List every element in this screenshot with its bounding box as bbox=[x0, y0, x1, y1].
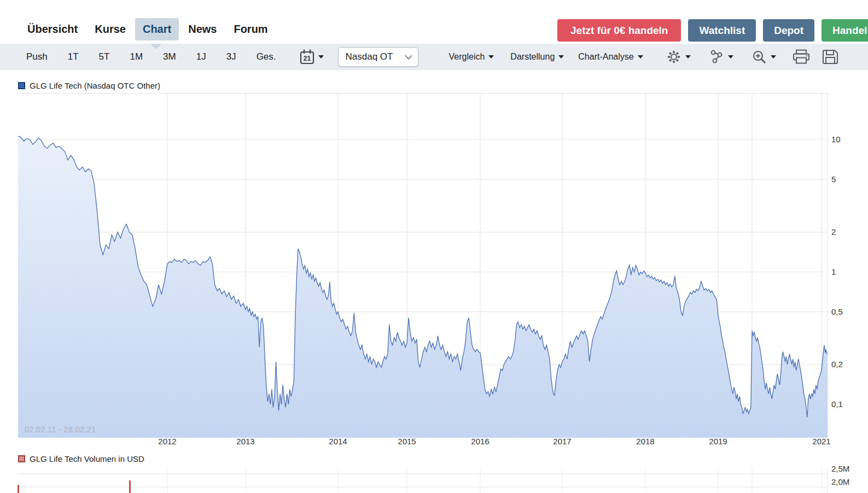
price-legend: GLG Life Tech (Nasdaq OTC Other) bbox=[18, 81, 160, 90]
chevron-down-icon bbox=[558, 55, 564, 59]
volume-bar bbox=[129, 480, 131, 493]
darstellung-label: Darstellung bbox=[510, 52, 555, 62]
y-axis-tick: 10 bbox=[831, 135, 841, 144]
price-series-label: GLG Life Tech (Nasdaq OTC Other) bbox=[30, 81, 160, 90]
x-axis-tick: 2018 bbox=[636, 437, 654, 446]
handeln-button[interactable]: Handeln bbox=[822, 19, 868, 42]
price-series-swatch bbox=[18, 82, 25, 89]
trade-promo-button[interactable]: Jetzt für 0€ handeln bbox=[557, 19, 681, 42]
range-1j[interactable]: 1J bbox=[196, 51, 206, 62]
volume-bar bbox=[18, 485, 19, 493]
chevron-down-icon bbox=[771, 55, 776, 59]
volume-legend: GLG Life Tech Volumen in USD bbox=[18, 454, 144, 463]
y-axis-tick: 0,2 bbox=[831, 359, 843, 369]
chevron-down-icon bbox=[405, 55, 412, 60]
zoom-menu[interactable] bbox=[752, 50, 776, 65]
chart-toolbar: Push 1T 5T 1M 3M 1J 3J Ges. 21 Nasdaq OT… bbox=[0, 44, 868, 70]
chevron-down-icon bbox=[685, 55, 691, 59]
date-picker-button[interactable]: 21 bbox=[300, 49, 324, 65]
tab-forum[interactable]: Forum bbox=[226, 18, 275, 40]
date-range-label: 02.02.11 - 28.02.21 bbox=[25, 425, 96, 434]
y-axis-tick: 5 bbox=[831, 175, 836, 184]
zoom-in-icon bbox=[752, 50, 767, 65]
active-tab-notch bbox=[150, 44, 162, 49]
vergleich-menu[interactable]: Vergleich bbox=[449, 52, 494, 62]
x-axis-tick: 2019 bbox=[709, 437, 727, 446]
watchlist-button[interactable]: Watchlist bbox=[688, 19, 756, 42]
y-axis-tick: 0,1 bbox=[831, 399, 843, 409]
range-1t[interactable]: 1T bbox=[68, 51, 79, 62]
save-icon bbox=[822, 49, 838, 65]
depot-button[interactable]: Depot bbox=[763, 19, 814, 42]
volume-y-axis-tick: 2,5M bbox=[831, 464, 849, 473]
save-button[interactable] bbox=[822, 49, 838, 65]
range-1m[interactable]: 1M bbox=[130, 51, 143, 62]
darstellung-menu[interactable]: Darstellung bbox=[510, 52, 564, 62]
x-axis-tick: 2013 bbox=[236, 437, 254, 446]
main-tabs: Übersicht Kurse Chart News Forum bbox=[20, 18, 277, 40]
chart-analyse-label: Chart-Analyse bbox=[578, 52, 633, 62]
chevron-down-icon bbox=[728, 55, 733, 59]
printer-icon bbox=[793, 49, 810, 65]
gear-icon bbox=[666, 49, 681, 65]
page-header: Übersicht Kurse Chart News Forum Jetzt f… bbox=[0, 0, 868, 44]
x-axis-tick: 2017 bbox=[553, 437, 571, 446]
price-area-fill bbox=[18, 136, 828, 438]
x-axis-tick: 2012 bbox=[158, 437, 176, 446]
share-icon bbox=[709, 50, 724, 64]
x-axis-tick: 2014 bbox=[329, 437, 347, 446]
range-push[interactable]: Push bbox=[26, 51, 48, 62]
tab-kurse[interactable]: Kurse bbox=[87, 18, 133, 40]
y-axis-tick: 0,5 bbox=[831, 307, 843, 316]
share-menu[interactable] bbox=[709, 50, 733, 64]
vergleich-label: Vergleich bbox=[449, 52, 485, 62]
exchange-select[interactable]: Nasdaq OT bbox=[338, 47, 418, 67]
tab-uebersicht[interactable]: Übersicht bbox=[20, 18, 85, 40]
chevron-down-icon bbox=[318, 55, 324, 59]
tab-news[interactable]: News bbox=[180, 18, 224, 40]
volume-y-axis-tick: 2,0M bbox=[831, 477, 849, 486]
print-button[interactable] bbox=[793, 49, 810, 65]
volume-series-label: GLG Life Tech Volumen in USD bbox=[30, 454, 144, 463]
range-3m[interactable]: 3M bbox=[163, 51, 176, 62]
settings-menu[interactable] bbox=[666, 49, 691, 65]
tab-chart[interactable]: Chart bbox=[135, 18, 179, 40]
y-axis-tick: 1 bbox=[831, 267, 836, 276]
chevron-down-icon bbox=[638, 55, 643, 59]
x-axis-tick: 2016 bbox=[471, 437, 489, 446]
x-axis-tick: 2021 bbox=[812, 437, 830, 446]
volume-series-swatch bbox=[18, 455, 25, 462]
header-actions: Jetzt für 0€ handeln Watchlist Depot Han… bbox=[550, 19, 868, 42]
range-5t[interactable]: 5T bbox=[99, 51, 110, 62]
y-axis-tick: 2 bbox=[831, 227, 836, 236]
svg-text:21: 21 bbox=[303, 55, 311, 62]
calendar-icon: 21 bbox=[300, 49, 314, 65]
range-ges[interactable]: Ges. bbox=[257, 51, 276, 62]
chevron-down-icon bbox=[488, 55, 494, 59]
price-chart[interactable]: 105210,50,20,120122013201420152016201720… bbox=[0, 93, 868, 493]
chart-analyse-menu[interactable]: Chart-Analyse bbox=[578, 52, 643, 62]
exchange-select-value: Nasdaq OT bbox=[346, 51, 403, 62]
range-3j[interactable]: 3J bbox=[226, 51, 236, 62]
x-axis-tick: 2015 bbox=[398, 437, 416, 446]
